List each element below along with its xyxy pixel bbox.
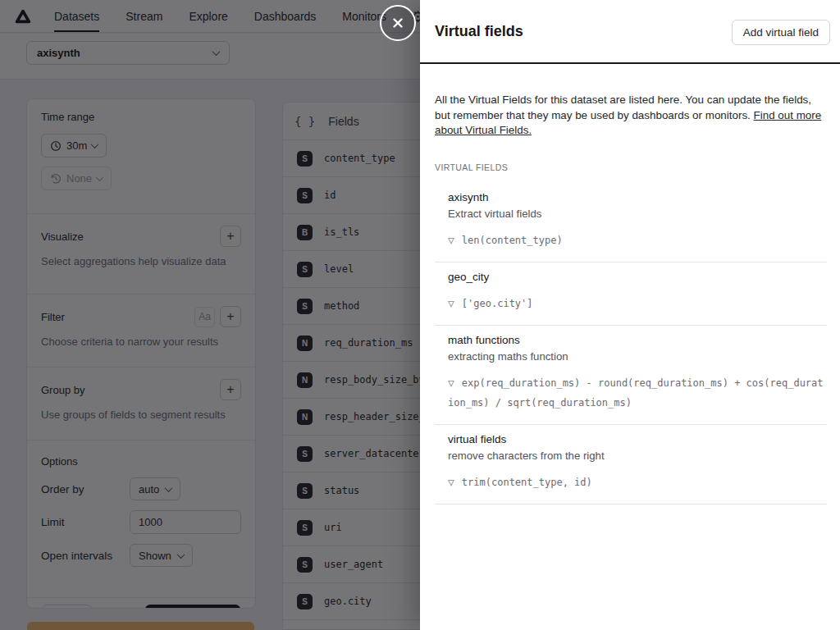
virtual-field-description: extracting maths function xyxy=(448,350,827,363)
expression-text: ['geo.city'] xyxy=(462,298,533,309)
virtual-field-description: remove characters from the right xyxy=(448,450,827,462)
virtual-fields-drawer: Virtual fields Add virtual field All the… xyxy=(420,0,840,630)
virtual-fields-section-label: VIRTUAL FIELDS xyxy=(435,162,827,172)
expression-text: trim(content_type, id) xyxy=(462,477,592,488)
drawer-title: Virtual fields xyxy=(435,23,523,40)
nabla-icon: ▽ xyxy=(448,377,454,389)
drawer-header: Virtual fields Add virtual field xyxy=(420,0,840,64)
virtual-field-item[interactable]: math functions extracting maths function… xyxy=(435,326,827,425)
virtual-field-item[interactable]: axisynth Extract virtual fields ▽len(con… xyxy=(435,183,827,262)
nabla-icon: ▽ xyxy=(448,234,454,246)
virtual-field-name: axisynth xyxy=(448,191,827,203)
virtual-field-name: virtual fields xyxy=(448,433,827,445)
virtual-field-expression: ▽trim(content_type, id) xyxy=(448,472,827,492)
virtual-fields-list: axisynth Extract virtual fields ▽len(con… xyxy=(435,183,827,504)
close-icon xyxy=(390,16,405,30)
virtual-field-expression: ▽len(content_type) xyxy=(448,231,827,250)
close-drawer-button[interactable] xyxy=(380,5,416,41)
virtual-field-expression: ▽exp(req_duration_ms) - round(req_durati… xyxy=(448,373,827,413)
virtual-field-description: Extract virtual fields xyxy=(448,208,827,220)
add-virtual-field-button[interactable]: Add virtual field xyxy=(732,20,830,45)
virtual-field-expression: ▽['geo.city'] xyxy=(448,294,827,313)
virtual-field-item[interactable]: geo_city ▽['geo.city'] xyxy=(435,262,827,326)
virtual-field-name: math functions xyxy=(448,334,827,346)
nabla-icon: ▽ xyxy=(448,297,454,309)
virtual-field-name: geo_city xyxy=(448,271,827,283)
expression-text: exp(req_duration_ms) - round(req_duratio… xyxy=(448,377,824,409)
drawer-description: All the Virtual Fields for this dataset … xyxy=(435,93,827,139)
nabla-icon: ▽ xyxy=(448,476,454,488)
virtual-field-item[interactable]: virtual fields remove characters from th… xyxy=(435,425,827,504)
drawer-body: All the Virtual Fields for this dataset … xyxy=(420,64,840,504)
expression-text: len(content_type) xyxy=(462,235,563,246)
